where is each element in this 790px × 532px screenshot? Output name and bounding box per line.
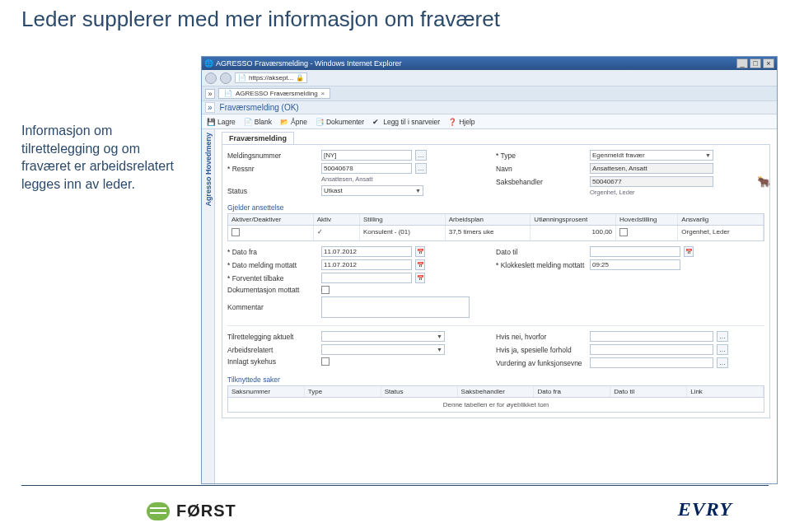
toolbar-lagre[interactable]: 💾Lagre [207, 118, 236, 126]
toolbar-snarveier[interactable]: ✔Legg til i snarveier [372, 118, 440, 126]
window-maximize-button[interactable]: □ [750, 58, 761, 68]
grid-cell [616, 226, 678, 240]
forst-logo: FØRST [147, 502, 236, 520]
url-field[interactable]: 📄 https://aksept... 🔒 [235, 72, 307, 83]
tab-close-icon[interactable]: × [321, 90, 325, 97]
evry-logo: EVRY [678, 498, 732, 520]
window-titlebar: 🌐 AGRESSO Fraværsmelding - Windows Inter… [202, 57, 777, 70]
innlagt-label: Innlagt sykehus [227, 357, 318, 366]
vurdering-input[interactable] [590, 357, 713, 368]
nav-forward-button[interactable] [220, 72, 231, 84]
ressnr-label: Ressnr [227, 165, 318, 173]
address-bar: 📄 https://aksept... 🔒 [202, 70, 777, 86]
grid-header: Dato til [610, 386, 687, 397]
grid-header: Saksbehandler [458, 386, 535, 397]
chevron-button[interactable]: » [205, 89, 215, 99]
form-tab[interactable]: Fraværsmelding [222, 132, 294, 144]
grid-header: Utlønningsprosent [531, 214, 616, 225]
calendar-icon[interactable]: 📅 [684, 246, 694, 257]
hvis-ja-label: Hvis ja, spesielle forhold [496, 346, 587, 354]
toolbar-blank[interactable]: 📄Blank [244, 118, 272, 126]
tab-label: AGRESSO Fraværsmelding [236, 90, 318, 97]
dato-mottatt-label: Dato melding mottatt [227, 261, 318, 269]
blank-icon: 📄 [244, 118, 252, 126]
toolbar-blank-label: Blank [255, 118, 272, 126]
nav-back-button[interactable] [205, 72, 217, 84]
browser-tabs-row: » 📄 AGRESSO Fraværsmelding × [202, 86, 777, 101]
toolbar-dokumenter-label: Dokumenter [326, 118, 364, 126]
meldingsnummer-input[interactable]: [NY] [321, 150, 412, 161]
slide-title: Leder supplerer med mer informasjon om f… [21, 7, 790, 32]
bull-logo-icon: 🐂 [757, 175, 770, 188]
dato-mottatt-input[interactable]: 11.07.2012 [321, 259, 412, 270]
footer-divider [21, 485, 769, 486]
calendar-icon[interactable]: 📅 [415, 273, 425, 283]
ansettelse-row[interactable]: ✓ Konsulent - (01) 37,5 timers uke 100,0… [228, 226, 764, 240]
grid-header: Dato fra [534, 386, 610, 397]
page-icon: 📄 [238, 74, 246, 82]
forventet-label: Forventet tilbake [227, 274, 318, 282]
browser-tab[interactable]: 📄 AGRESSO Fraværsmelding × [218, 88, 330, 99]
toolbar-apne[interactable]: 📂Åpne [280, 118, 307, 126]
klokke-input[interactable]: 09:25 [590, 259, 680, 270]
hvis-ja-expand-button[interactable]: … [717, 344, 728, 355]
dato-til-input[interactable] [590, 246, 680, 257]
window-minimize-button[interactable]: _ [736, 58, 748, 68]
documents-icon: 📑 [316, 118, 324, 126]
hvis-nei-input[interactable] [590, 331, 713, 342]
hvis-ja-input[interactable] [590, 344, 713, 355]
type-select[interactable]: Egenmeldt fravær▼ [590, 150, 713, 161]
calendar-icon[interactable]: 📅 [415, 259, 425, 270]
status-value: Utkast [324, 187, 343, 194]
saker-title: Tilknyttede saker [227, 376, 764, 384]
app-header-chevron[interactable]: » [205, 102, 215, 113]
dato-fra-label: Dato fra [227, 248, 318, 256]
innlagt-checkbox[interactable] [321, 357, 330, 366]
save-icon: 💾 [207, 118, 215, 126]
dato-fra-input[interactable]: 11.07.2012 [321, 246, 412, 257]
grid-header: Hovedstilling [616, 214, 678, 225]
saksbehandler-subtext: Orgenhet, Leder [590, 189, 764, 196]
dok-mottatt-checkbox[interactable] [321, 286, 330, 294]
window-title: AGRESSO Fraværsmelding - Windows Interne… [216, 59, 735, 68]
app-page-header: » Fraværsmelding (OK) [202, 101, 777, 114]
toolbar-dokumenter[interactable]: 📑Dokumenter [316, 118, 364, 126]
ressnr-input[interactable]: 50040678 [321, 163, 412, 174]
tab-icon: 📄 [224, 90, 232, 97]
window-close-button[interactable]: × [763, 58, 774, 68]
kommentar-input[interactable] [321, 296, 470, 318]
klokke-label: Klokkeslett melding mottatt [496, 261, 587, 269]
dok-mottatt-label: Dokumentasjon mottatt [227, 286, 318, 294]
url-text: https://aksept... [249, 74, 293, 82]
side-menu-label: Agresso Hovedmeny [204, 129, 213, 210]
app-page-title: Fraværsmelding (OK) [220, 103, 299, 112]
grid-header: Stilling [360, 214, 446, 225]
calendar-icon[interactable]: 📅 [415, 246, 425, 257]
toolbar-apne-label: Åpne [291, 118, 307, 126]
toolbar-hjelp[interactable]: ❓Hjelp [448, 118, 474, 126]
saker-empty-message: Denne tabellen er for øyeblikket tom [228, 398, 764, 412]
type-value: Egenmeldt fravær [592, 152, 645, 159]
status-select[interactable]: Utkast▼ [321, 185, 423, 196]
meldingsnummer-lookup-button[interactable]: … [415, 150, 427, 161]
help-icon: ❓ [448, 118, 456, 126]
arbeidsrelatert-select[interactable]: ▼ [321, 344, 445, 355]
grid-header: Ansvarlig [678, 214, 764, 225]
status-label: Status [227, 187, 318, 195]
forst-badge-icon [147, 502, 170, 520]
ansettelse-title: Gjelder ansettelse [227, 203, 764, 212]
hvis-nei-expand-button[interactable]: … [717, 331, 728, 342]
grid-header: Saksnummer [228, 386, 305, 397]
lock-icon: 🔒 [296, 74, 304, 82]
vurdering-label: Vurdering av funksjonsevne [496, 359, 587, 367]
side-menu[interactable]: Agresso Hovedmeny [202, 129, 215, 483]
forventet-input[interactable] [321, 273, 412, 283]
hovedstilling-checkbox[interactable] [619, 228, 628, 236]
grid-cell-stilling: Konsulent - (01) [360, 226, 446, 240]
tilrettelegging-select[interactable]: ▼ [321, 331, 445, 342]
saksbehandler-label: Saksbehandler [496, 178, 587, 186]
vurdering-expand-button[interactable]: … [717, 357, 728, 368]
ressnr-lookup-button[interactable]: … [415, 163, 427, 174]
grid-cell-arbeidsplan: 37,5 timers uke [446, 226, 531, 240]
aktiver-checkbox[interactable] [231, 228, 240, 236]
